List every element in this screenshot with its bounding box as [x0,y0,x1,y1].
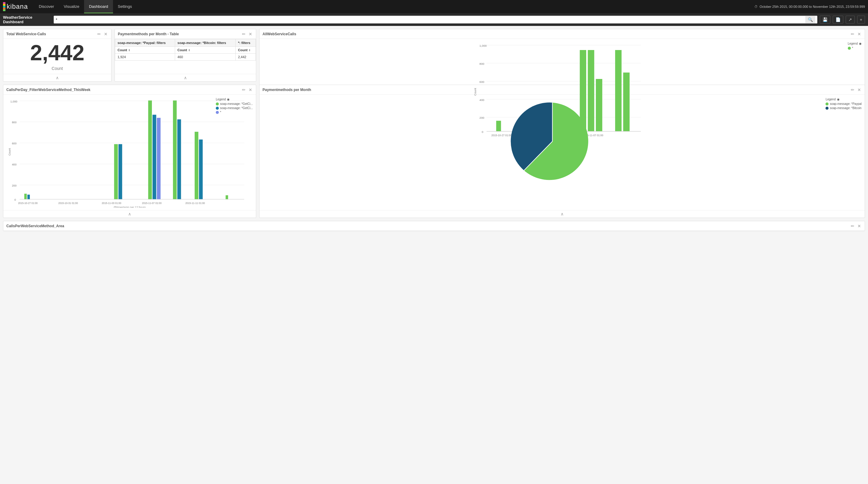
svg-text:800: 800 [12,121,16,124]
load-button[interactable]: 📄 [833,16,843,24]
pie-footer: ∧ [259,210,865,218]
table-collapse-btn[interactable]: ∧ [184,75,187,80]
data-table: soap-message: *Paypal: filters soap-mess… [115,39,256,61]
bottom-panel-actions: ✏ ✕ [850,223,862,229]
kibana-logo: kibana [3,2,28,11]
allwebservicecalls-close-btn[interactable]: ✕ [857,32,862,36]
metric-edit-btn[interactable]: ✏ [97,32,101,36]
metric-close-btn[interactable]: ✕ [103,32,108,36]
svg-text:2015-11-07 01:00: 2015-11-07 01:00 [142,202,161,205]
bar-early-1 [24,194,27,200]
callsperwebservicemethod-panel: CallsPerWebServiceMethod_Area ✏ ✕ [3,221,865,231]
bar-nov11-2 [199,140,203,199]
table-panel-actions: ✏ ✕ [241,32,253,36]
bar-far-right [226,195,228,199]
allwebservicecalls-edit-btn[interactable]: ✏ [850,32,855,36]
callsperday-close-btn[interactable]: ✕ [248,87,253,92]
svg-text:@timestamp per 12 hours: @timestamp per 12 hours [114,206,146,208]
sub-header-count-3[interactable]: Count ⇕ [236,47,255,54]
total-webservice-calls-panel: Total WebService-Calls ✏ ✕ 2,442 Count ∧ [3,29,112,82]
bar-nov9-1 [173,100,177,199]
bottom-edit-btn[interactable]: ✏ [850,223,855,229]
dashboard-title: WeatherService Dashboard [3,15,51,24]
legend-dot-green [848,47,851,50]
logo-bar-green [3,9,5,11]
legend-dot-3 [216,111,219,114]
pie-legend: Legend ◉ soap-message: *Paypal soap-mess… [826,98,862,111]
top-navigation: kibana Discover Visualize Dashboard Sett… [0,0,868,13]
sub-header-row: Count ⇕ Count ⇕ Count ⇕ [115,47,256,54]
pie-legend-bitcoin-text: soap-message: *Bitcoin [830,107,861,110]
bar-nov9-2 [177,119,181,199]
table-body: 1,924 460 2,442 [115,54,256,61]
legend-icon: ◉ [859,42,862,45]
allwebservicecalls-title: AllWebServiceCalls [262,32,850,36]
callsperday-collapse-btn[interactable]: ∧ [128,212,131,216]
metric-value: 2,442 [30,42,84,64]
panel-header-metric: Total WebService-Calls ✏ ✕ [3,29,111,39]
legend-title: Legend [216,98,226,101]
toolbar-actions: 💾 📄 ↗ + [820,16,865,24]
logo-color-bars [3,2,5,11]
callsperday-edit-btn[interactable]: ✏ [241,87,246,92]
pie-dot-bitcoin [826,107,829,110]
bottom-panel-header: CallsPerWebServiceMethod_Area ✏ ✕ [3,221,865,231]
bottom-close-btn[interactable]: ✕ [857,223,862,229]
nav-links: Discover Visualize Dashboard Settings [34,0,137,13]
callsperday-header: CallsPerDay_FilterWebServiceMethod_ThisW… [3,85,256,95]
table-close-btn[interactable]: ✕ [248,32,253,36]
nav-dashboard[interactable]: Dashboard [84,0,113,13]
bar-early-2 [27,195,30,199]
kibana-text: kibana [7,3,28,10]
callsperday-title: CallsPerDay_FilterWebServiceMethod_ThisW… [6,88,241,92]
save-button[interactable]: 💾 [820,16,830,24]
paymentmethods-table-panel: Paymentmethods per Month - Table ✏ ✕ soa… [115,29,256,82]
add-button[interactable]: + [857,16,865,24]
table-footer: ∧ [115,74,256,81]
svg-text:800: 800 [479,62,484,65]
cell-total-count: 2,442 [236,54,255,61]
search-input[interactable] [56,16,805,23]
share-button[interactable]: ↗ [846,16,855,24]
allwebservicecalls-header: AllWebServiceCalls ✏ ✕ [259,29,865,39]
svg-text:600: 600 [479,80,484,84]
legend-icon: ◉ [227,98,230,101]
col-header-paypal: soap-message: *Paypal: filters [115,39,175,47]
table-content: soap-message: *Paypal: filters soap-mess… [115,39,256,74]
svg-text:1,000: 1,000 [479,44,487,47]
bar-nov3-1 [114,144,118,199]
svg-text:Count: Count [8,148,11,155]
pie-legend-paypal: soap-message: *Paypal [826,102,862,105]
nav-discover[interactable]: Discover [34,0,59,13]
metric-panel-title: Total WebService-Calls [6,32,97,36]
allwebservicecalls-actions: ✏ ✕ [850,32,862,36]
allwebservicecalls-legend: Legend ◉ * [848,42,862,51]
legend-text-3: * [220,111,221,114]
callsperday-actions: ✏ ✕ [241,87,253,92]
pie-collapse-btn[interactable]: ∧ [561,212,564,216]
cell-paypal-count: 1,924 [115,54,175,61]
metric-panel-actions: ✏ ✕ [97,32,108,36]
nav-visualize[interactable]: Visualize [59,0,84,13]
pie-legend-title: Legend [826,98,835,101]
table-edit-btn[interactable]: ✏ [241,32,246,36]
metric-collapse-btn[interactable]: ∧ [56,75,59,80]
pie-dot-paypal [826,102,829,105]
pie-svg [261,96,863,186]
sort-icon-1: ⇕ [128,49,130,52]
metric-footer: ∧ [3,74,111,81]
sub-header-count-2[interactable]: Count ⇕ [175,47,236,54]
search-button[interactable]: 🔍 [805,16,815,23]
sub-header-count-1[interactable]: Count ⇕ [115,47,175,54]
clock-icon: ⏱ [754,5,758,8]
pie-content: Legend ◉ soap-message: *Paypal soap-mess… [259,95,865,210]
bar-nov11-1 [195,132,198,199]
time-filter[interactable]: ⏱ October 25th 2015, 00:00:00.000 to Nov… [754,5,865,8]
nav-settings[interactable]: Settings [113,0,137,13]
callsperday-legend: Legend ◉ soap-message: *GetCi... soap-me… [216,98,253,115]
table-panel-header: Paymentmethods per Month - Table ✏ ✕ [115,29,256,39]
dashboard-grid: Total WebService-Calls ✏ ✕ 2,442 Count ∧… [0,26,868,234]
col-header-bitcoin: soap-message: *Bitcoin: filters [175,39,236,47]
col-header-all: *: filters [236,39,255,47]
pie-legend-bitcoin: soap-message: *Bitcoin [826,107,862,110]
